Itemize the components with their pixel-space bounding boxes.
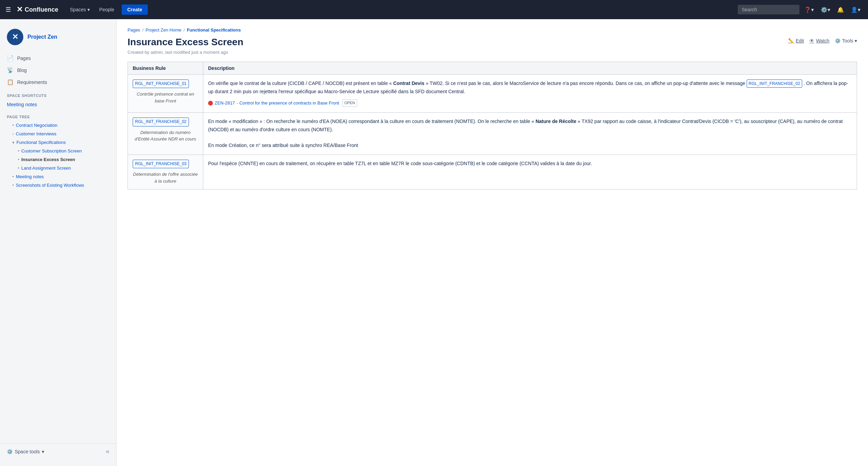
- desc-cell-1: On vérifie que le contrat de la culture …: [203, 75, 857, 113]
- rule-cell-3: RGL_INIT_FRANCHISE_03 Détermination de l…: [128, 155, 203, 189]
- tree-item-insurance-excess[interactable]: • Insurance Excess Screen: [0, 155, 116, 164]
- notifications-icon[interactable]: 🔔: [835, 4, 846, 15]
- breadcrumb-pages[interactable]: Pages: [128, 27, 140, 33]
- tree-bullet-icon-4: •: [18, 166, 19, 171]
- sidebar: ✕ Project Zen 📄 Pages 📡 Blog 📋 Requireme…: [0, 19, 117, 466]
- tree-bullet-icon-5: •: [12, 174, 14, 179]
- hamburger-icon[interactable]: ☰: [5, 6, 11, 13]
- edit-button[interactable]: ✏️ Edit: [788, 38, 804, 44]
- search-input[interactable]: [738, 5, 799, 14]
- table-row: RGL_INIT_FRANCHISE_02 Détermination du n…: [128, 113, 857, 155]
- tree-chevron-right-icon: ›: [12, 132, 14, 136]
- tree-item-functional-specifications[interactable]: ▾ Functional Specifications: [0, 138, 116, 147]
- page-layout: ✕ Project Zen 📄 Pages 📡 Blog 📋 Requireme…: [0, 19, 868, 466]
- tree-bullet-icon-3: •: [18, 157, 19, 162]
- logo-text: Confluence: [25, 6, 58, 13]
- desc-text-1: On vérifie que le contrat de la culture …: [208, 79, 852, 96]
- space-tools-chevron-icon: ▾: [42, 449, 44, 454]
- sidebar-bottom: ⚙️ Space tools ▾ «: [0, 443, 116, 459]
- desc-text-3: Pour l'espèce (CNNTE) en cours de traite…: [208, 160, 852, 168]
- tree-item-meeting-notes[interactable]: • Meeting notes: [0, 172, 116, 181]
- help-icon[interactable]: ❓▾: [802, 4, 816, 15]
- requirements-icon: 📋: [7, 79, 14, 85]
- top-navigation: ☰ ✕ Confluence Spaces ▾ People Create ❓▾…: [0, 0, 868, 19]
- col-description: Description: [203, 62, 857, 75]
- rule-desc-3: Détermination de l'offre associée à la c…: [133, 171, 198, 184]
- sidebar-item-pages[interactable]: 📄 Pages: [0, 52, 116, 64]
- confluence-icon: ✕: [16, 5, 23, 14]
- project-avatar: ✕: [7, 29, 23, 45]
- page-tree-title: PAGE TREE: [0, 109, 116, 121]
- table-row: RGL_INIT_FRANCHISE_03 Détermination de l…: [128, 155, 857, 189]
- jira-link-1[interactable]: ZEN-2817 - Control for the presence of c…: [208, 99, 357, 107]
- rule-badge-2[interactable]: RGL_INIT_FRANCHISE_02: [133, 118, 189, 126]
- project-name[interactable]: Project Zen: [27, 34, 57, 40]
- eye-icon: 👁: [809, 38, 814, 44]
- breadcrumb-functional-specifications[interactable]: Functional Specifications: [187, 27, 241, 33]
- people-nav[interactable]: People: [96, 5, 118, 14]
- desc-text-2b: En mode Création, ce n° sera attribué su…: [208, 142, 852, 150]
- main-content: Pages / Project Zen Home / Functional Sp…: [117, 19, 868, 466]
- collapse-sidebar-button[interactable]: «: [106, 448, 109, 455]
- tree-bullet-icon-2: •: [18, 149, 19, 154]
- tree-item-contract-negociation[interactable]: • Contract Negociation: [0, 121, 116, 130]
- tree-bullet-icon-6: •: [12, 183, 14, 188]
- space-tools-link[interactable]: ⚙️ Space tools ▾: [7, 449, 44, 454]
- table-header-row: Business Rule Description: [128, 62, 857, 75]
- tree-bullet-icon: •: [12, 123, 14, 128]
- page-header: Insurance Excess Screen ✏️ Edit 👁 Watch …: [128, 37, 857, 48]
- breadcrumb-project-zen-home[interactable]: Project Zen Home: [146, 27, 182, 33]
- meeting-notes-shortcut[interactable]: Meeting notes: [0, 100, 116, 109]
- spaces-nav[interactable]: Spaces ▾: [67, 5, 93, 14]
- jira-dot-icon: [208, 101, 213, 106]
- edit-icon: ✏️: [788, 38, 794, 44]
- breadcrumb-sep-1: /: [142, 27, 144, 33]
- rule-badge-3[interactable]: RGL_INIT_FRANCHISE_03: [133, 160, 189, 168]
- tools-button[interactable]: ⚙️ Tools ▾: [835, 38, 857, 44]
- create-button[interactable]: Create: [122, 4, 148, 15]
- rule-cell-2: RGL_INIT_FRANCHISE_02 Détermination du n…: [128, 113, 203, 155]
- page-meta: Created by admin, last modified just a m…: [128, 50, 857, 55]
- sidebar-item-requirements[interactable]: 📋 Requirements: [0, 76, 116, 88]
- rule-desc-1: Contrôle présence contrat en base Front: [133, 91, 198, 104]
- table-row: RGL_INIT_FRANCHISE_01 Contrôle présence …: [128, 75, 857, 113]
- rule-desc-2: Détermination du numéro d'Entité Assurée…: [133, 129, 198, 143]
- tree-item-customer-subscription[interactable]: • Customer Subscription Screen: [0, 147, 116, 155]
- gear-icon: ⚙️: [7, 449, 13, 454]
- page-title: Insurance Excess Screen: [128, 37, 788, 48]
- breadcrumb-sep-2: /: [183, 27, 185, 33]
- blog-icon: 📡: [7, 67, 14, 73]
- shortcuts-section-title: SPACE SHORTCUTS: [0, 88, 116, 100]
- desc-cell-3: Pour l'espèce (CNNTE) en cours de traite…: [203, 155, 857, 189]
- desc-text-2: En mode « modification » : On recherche …: [208, 118, 852, 134]
- settings-icon[interactable]: ⚙️▾: [819, 4, 832, 15]
- rule-cell-1: RGL_INIT_FRANCHISE_01 Contrôle présence …: [128, 75, 203, 113]
- sidebar-item-blog[interactable]: 📡 Blog: [0, 64, 116, 76]
- page-actions: ✏️ Edit 👁 Watch ⚙️ Tools ▾: [788, 38, 857, 44]
- tree-chevron-down-icon: ▾: [12, 140, 14, 145]
- rule-badge-1[interactable]: RGL_INIT_FRANCHISE_01: [133, 79, 189, 88]
- business-rules-table: Business Rule Description RGL_INIT_FRANC…: [128, 62, 857, 189]
- inline-badge-1[interactable]: RGL_INIT_FRANCHISE_02: [747, 79, 802, 88]
- pages-icon: 📄: [7, 55, 14, 61]
- tools-gear-icon: ⚙️: [835, 38, 841, 44]
- col-business-rule: Business Rule: [128, 62, 203, 75]
- tree-item-customer-interviews[interactable]: › Customer Interviews: [0, 130, 116, 138]
- project-header: ✕ Project Zen: [0, 26, 116, 52]
- nav-right: ❓▾ ⚙️▾ 🔔 👤▾: [738, 4, 863, 15]
- tree-item-screenshots[interactable]: • Screenshots of Existing Workflows: [0, 181, 116, 189]
- watch-button[interactable]: 👁 Watch: [809, 38, 829, 44]
- user-avatar[interactable]: 👤▾: [849, 4, 863, 15]
- logo[interactable]: ✕ Confluence: [16, 5, 58, 14]
- breadcrumb: Pages / Project Zen Home / Functional Sp…: [128, 27, 857, 33]
- desc-cell-2: En mode « modification » : On recherche …: [203, 113, 857, 155]
- tree-item-land-assignment[interactable]: • Land Assignment Screen: [0, 164, 116, 172]
- open-badge-1: OPEN: [342, 99, 357, 107]
- tools-chevron-icon: ▾: [855, 38, 857, 44]
